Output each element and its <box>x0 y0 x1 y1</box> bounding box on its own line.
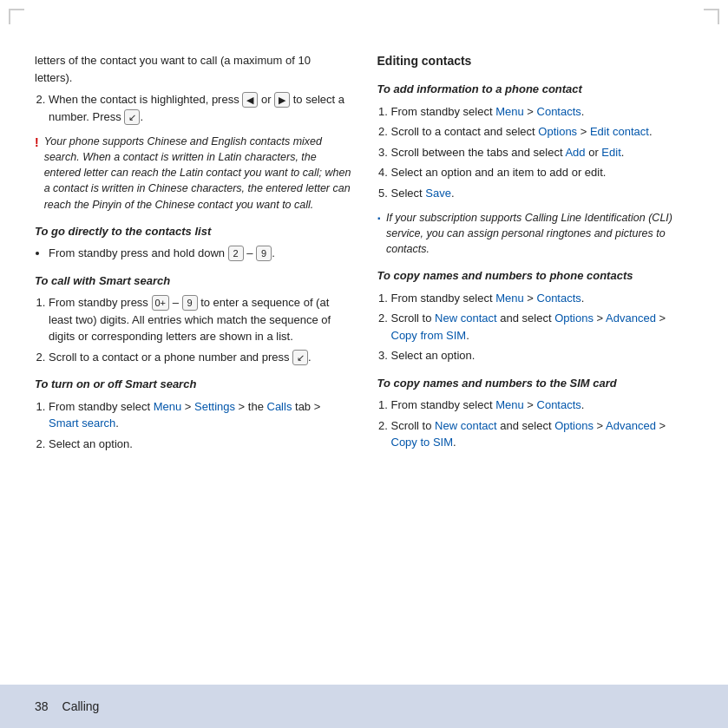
toggle-smart-item-2: Select an option. <box>49 436 351 453</box>
goto-contacts-list: From standby press and hold down 2 – 9. <box>49 245 351 262</box>
link-menu-3: Menu <box>495 292 524 305</box>
note-icon-exclamation: ! <box>35 135 39 149</box>
link-edit-contact: Edit contact <box>590 125 649 138</box>
note-block-1: ! Your phone supports Chinese and Englis… <box>35 134 351 213</box>
copy-to-phone-item-3: Select an option. <box>391 347 694 364</box>
section-title-add-info: To add information to a phone contact <box>377 81 694 98</box>
link-add: Add <box>565 146 585 159</box>
right-column: Editing contacts To add information to a… <box>377 52 694 461</box>
toggle-smart-list: From standby select Menu > Settings > th… <box>49 398 351 453</box>
link-save: Save <box>425 187 451 200</box>
link-settings: Settings <box>194 400 235 413</box>
goto-contacts-item: From standby press and hold down 2 – 9. <box>49 245 351 262</box>
footer-section-label: Calling <box>62 699 100 713</box>
add-info-item-5: Select Save. <box>391 185 694 202</box>
link-copy-from-sim: Copy from SIM <box>391 329 467 342</box>
toggle-smart-item-1: From standby select Menu > Settings > th… <box>49 398 351 432</box>
copy-to-phone-item-1: From standby select Menu > Contacts. <box>391 290 694 307</box>
link-contacts-2: Contacts <box>537 292 581 305</box>
copy-to-sim-item-1: From standby select Menu > Contacts. <box>391 397 694 414</box>
link-smart-search: Smart search <box>49 416 115 430</box>
editing-contacts-heading: Editing contacts <box>377 52 694 70</box>
key-9: 9 <box>256 246 272 261</box>
footer-page-number: 38 <box>35 699 49 713</box>
link-options-3: Options <box>554 419 594 432</box>
section-title-toggle-smart: To turn on or off Smart search <box>35 376 351 393</box>
note-block-2: · If your subscription supports Calling … <box>377 210 694 257</box>
link-contacts-3: Contacts <box>537 398 581 411</box>
link-menu-4: Menu <box>495 398 524 411</box>
add-info-item-3: Scroll between the tabs and select Add o… <box>391 144 694 161</box>
note-text-2: If your subscription supports Calling Li… <box>386 210 693 257</box>
add-info-item-4: Select an option and an item to add or e… <box>391 164 694 181</box>
link-copy-to-sim: Copy to SIM <box>391 436 454 449</box>
link-options-2: Options <box>554 312 594 325</box>
copy-to-sim-list: From standby select Menu > Contacts. Scr… <box>391 397 694 451</box>
link-contacts-1: Contacts <box>537 105 581 118</box>
add-info-list: From standby select Menu > Contacts. Scr… <box>391 103 694 202</box>
link-advanced-1: Advanced <box>606 312 656 325</box>
page-content: letters of the contact you want to call … <box>0 0 728 728</box>
section-title-goto: To go directly to the contacts list <box>35 223 351 240</box>
link-new-contact-1: New contact <box>435 312 497 325</box>
smart-search-item-2: Scroll to a contact or a phone number an… <box>49 349 351 366</box>
key-9b: 9 <box>182 295 198 311</box>
link-options-1: Options <box>538 125 577 138</box>
footer: 38 Calling <box>0 685 728 728</box>
link-menu-1: Menu <box>154 400 182 413</box>
copy-to-sim-item-2: Scroll to New contact and select Options… <box>391 417 694 451</box>
main-columns: letters of the contact you want to call … <box>35 52 693 461</box>
smart-search-list: From standby press 0+ – 9 to enter a seq… <box>49 294 351 365</box>
note-icon-dot: · <box>377 211 381 226</box>
copy-to-phone-list: From standby select Menu > Contacts. Scr… <box>391 290 694 364</box>
intro-text: letters of the contact you want to call … <box>35 52 351 86</box>
main-list-left: When the contact is highlighted, press ◀… <box>49 91 351 125</box>
section-title-copy-to-phone: To copy names and numbers to phone conta… <box>377 267 694 285</box>
add-info-item-2: Scroll to a contact and select Options >… <box>391 123 694 141</box>
section-title-copy-to-sim: To copy names and numbers to the SIM car… <box>377 375 694 392</box>
add-info-item-1: From standby select Menu > Contacts. <box>391 103 694 121</box>
key-0plus: 0+ <box>152 295 170 311</box>
list-item-2: When the contact is highlighted, press ◀… <box>49 91 351 125</box>
link-calls-tab: Calls <box>267 400 292 413</box>
section-title-smart-search: To call with Smart search <box>35 272 351 290</box>
link-new-contact-2: New contact <box>435 419 497 432</box>
left-column: letters of the contact you want to call … <box>35 52 351 461</box>
link-edit: Edit <box>601 146 620 159</box>
key-call-2: ↙ <box>292 350 308 365</box>
copy-to-phone-item-2: Scroll to New contact and select Options… <box>391 310 694 344</box>
link-advanced-2: Advanced <box>606 419 656 432</box>
key-right: ▶ <box>274 92 290 108</box>
note-text-1: Your phone supports Chinese and English … <box>44 134 351 213</box>
key-2: 2 <box>228 246 244 261</box>
smart-search-item-1: From standby press 0+ – 9 to enter a seq… <box>49 294 351 345</box>
key-left: ◀ <box>242 92 258 108</box>
key-call: ↙ <box>124 109 140 125</box>
link-menu-2: Menu <box>495 105 524 118</box>
